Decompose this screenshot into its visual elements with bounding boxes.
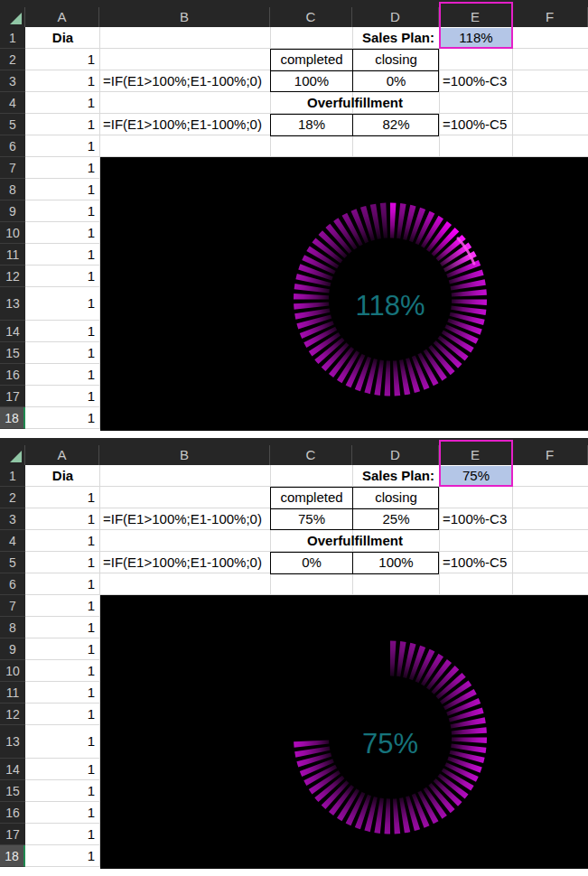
cell-A7[interactable]: 1	[26, 595, 99, 616]
column-header-F[interactable]: F	[512, 445, 588, 465]
column-header-D[interactable]: D	[352, 7, 439, 27]
cell-E3-formula[interactable]: =100%-C3	[440, 508, 512, 529]
cell-D1[interactable]: Sales Plan:	[353, 465, 439, 486]
cell-A3[interactable]: 1	[26, 508, 99, 529]
cell-A11[interactable]: 1	[26, 682, 99, 703]
cell-A7[interactable]: 1	[26, 157, 99, 178]
row-header-9[interactable]: 9	[0, 638, 25, 660]
row-header-17[interactable]: 17	[0, 386, 25, 407]
cell-E5-formula[interactable]: =100%-C5	[440, 114, 512, 135]
cell-A11[interactable]: 1	[26, 244, 99, 265]
row-header-14[interactable]: 14	[0, 321, 25, 342]
gauge-chart-1[interactable]: 118%	[100, 157, 588, 431]
cell-A4[interactable]: 1	[26, 530, 99, 551]
row-header-5[interactable]: 5	[0, 114, 25, 135]
cell-A17[interactable]: 1	[26, 386, 99, 406]
cell-C5-overfulfillment-value[interactable]: 18%	[271, 114, 352, 135]
column-header-A[interactable]: A	[25, 445, 99, 465]
row-header-8[interactable]: 8	[0, 617, 25, 638]
cell-A15[interactable]: 1	[26, 780, 99, 801]
row-header-2[interactable]: 2	[0, 487, 25, 508]
row-header-16[interactable]: 16	[0, 802, 25, 824]
cell-A14[interactable]: 1	[26, 759, 99, 779]
cell-E3-formula[interactable]: =100%-C3	[440, 70, 512, 91]
cell-C5-overfulfillment-value[interactable]: 0%	[271, 552, 352, 573]
cell-C4-overfulfillment-label[interactable]: Overfulfillment	[271, 530, 439, 551]
row-header-10[interactable]: 10	[0, 222, 25, 244]
cell-A2[interactable]: 1	[26, 49, 99, 70]
row-header-5[interactable]: 5	[0, 552, 25, 573]
row-header-11[interactable]: 11	[0, 682, 25, 704]
cell-D5-closing2-value[interactable]: 100%	[353, 552, 439, 573]
row-header-2[interactable]: 2	[0, 49, 25, 70]
cell-D1[interactable]: Sales Plan:	[353, 27, 439, 48]
cell-A5[interactable]: 1	[26, 114, 99, 135]
row-header-9[interactable]: 9	[0, 200, 25, 222]
cell-A3[interactable]: 1	[26, 70, 99, 91]
row-header-18[interactable]: 18	[0, 845, 25, 867]
cell-A1[interactable]: Dia	[26, 27, 99, 48]
row-header-15[interactable]: 15	[0, 780, 25, 802]
cell-A5[interactable]: 1	[26, 552, 99, 573]
column-header-C[interactable]: C	[270, 7, 352, 27]
row-header-8[interactable]: 8	[0, 179, 25, 200]
cell-A13[interactable]: 1	[26, 287, 99, 320]
cell-A6[interactable]: 1	[26, 573, 99, 594]
cell-B3-formula[interactable]: =IF(E1>100%;E1-100%;0)	[100, 70, 270, 91]
row-header-4[interactable]: 4	[0, 92, 25, 114]
cell-A14[interactable]: 1	[26, 321, 99, 341]
row-header-15[interactable]: 15	[0, 342, 25, 364]
row-header-1[interactable]: 1	[0, 27, 25, 49]
cell-B5-formula[interactable]: =IF(E1>100%;E1-100%;0)	[100, 114, 270, 135]
cell-A13[interactable]: 1	[26, 725, 99, 758]
column-header-A[interactable]: A	[25, 7, 99, 27]
row-header-14[interactable]: 14	[0, 759, 25, 780]
cell-A16[interactable]: 1	[26, 802, 99, 823]
cell-A4[interactable]: 1	[26, 92, 99, 113]
cell-A12[interactable]: 1	[26, 266, 99, 286]
cell-B3-formula[interactable]: =IF(E1>100%;E1-100%;0)	[100, 508, 270, 529]
column-header-B[interactable]: B	[99, 7, 270, 27]
column-header-C[interactable]: C	[270, 445, 352, 465]
cell-D3-closing-value[interactable]: 0%	[353, 70, 439, 91]
select-all-corner[interactable]	[0, 7, 25, 27]
cell-A8[interactable]: 1	[26, 179, 99, 200]
cell-A6[interactable]: 1	[26, 135, 99, 156]
row-header-12[interactable]: 12	[0, 266, 25, 287]
cell-E1-sales-plan-value[interactable]: 118%	[440, 28, 512, 48]
row-header-11[interactable]: 11	[0, 244, 25, 266]
cell-D5-closing2-value[interactable]: 82%	[353, 114, 439, 135]
cell-A12[interactable]: 1	[26, 704, 99, 724]
cell-A10[interactable]: 1	[26, 222, 99, 243]
cell-A10[interactable]: 1	[26, 660, 99, 681]
row-header-17[interactable]: 17	[0, 824, 25, 845]
cell-A18[interactable]: 1	[26, 407, 99, 428]
cell-C4-overfulfillment-label[interactable]: Overfulfillment	[271, 92, 439, 113]
cell-C3-completed-value[interactable]: 100%	[271, 70, 352, 91]
cell-C2-completed-header[interactable]: completed	[271, 49, 352, 70]
cell-A15[interactable]: 1	[26, 342, 99, 363]
row-header-18[interactable]: 18	[0, 407, 25, 429]
cell-D3-closing-value[interactable]: 25%	[353, 508, 439, 529]
cell-A2[interactable]: 1	[26, 487, 99, 508]
cell-D2-closing-header[interactable]: closing	[353, 49, 439, 70]
row-header-16[interactable]: 16	[0, 364, 25, 386]
cell-A17[interactable]: 1	[26, 824, 99, 844]
column-header-B[interactable]: B	[99, 445, 270, 465]
row-header-13[interactable]: 13	[0, 287, 25, 321]
cell-C3-completed-value[interactable]: 75%	[271, 508, 352, 529]
cell-A9[interactable]: 1	[26, 200, 99, 221]
row-header-7[interactable]: 7	[0, 157, 25, 179]
cell-B5-formula[interactable]: =IF(E1>100%;E1-100%;0)	[100, 552, 270, 573]
column-header-E[interactable]: E	[439, 445, 512, 465]
cell-A1[interactable]: Dia	[26, 465, 99, 486]
cell-C2-completed-header[interactable]: completed	[271, 487, 352, 508]
column-header-D[interactable]: D	[352, 445, 439, 465]
row-header-7[interactable]: 7	[0, 595, 25, 617]
gauge-chart-2[interactable]: 75%	[100, 595, 588, 869]
row-header-6[interactable]: 6	[0, 135, 25, 157]
cell-E1-sales-plan-value[interactable]: 75%	[440, 466, 512, 486]
cell-E5-formula[interactable]: =100%-C5	[440, 552, 512, 573]
row-header-1[interactable]: 1	[0, 465, 25, 487]
cell-D2-closing-header[interactable]: closing	[353, 487, 439, 508]
